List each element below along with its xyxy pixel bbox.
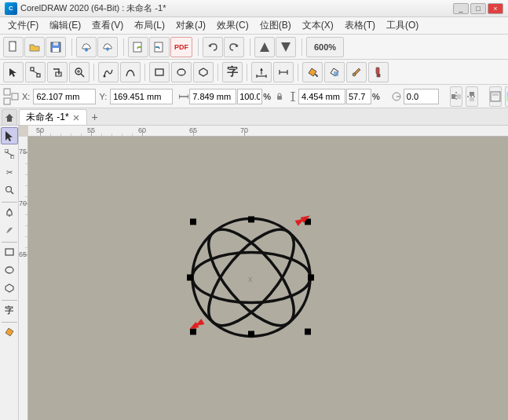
menu-view[interactable]: 查看(V)	[87, 17, 128, 34]
tool-sep2	[144, 64, 145, 81]
mirror-v-button[interactable]	[466, 86, 478, 107]
import-button[interactable]	[128, 37, 148, 57]
undo-tools	[203, 37, 244, 57]
pen-tool-side[interactable]	[1, 203, 18, 221]
select-tool-side[interactable]	[1, 127, 18, 144]
cloud-import-button[interactable]	[76, 37, 97, 57]
io-tools: PDF	[128, 37, 192, 57]
lock-icon[interactable]	[274, 91, 285, 102]
canvas-area[interactable]: 50 55 60 65 70	[19, 126, 508, 420]
open-button[interactable]	[24, 37, 45, 57]
zoom-tool[interactable]	[69, 62, 90, 82]
svg-rect-64	[11, 155, 14, 159]
node-tool-side[interactable]	[1, 145, 18, 163]
svg-point-20	[177, 69, 185, 75]
zoom-level-up[interactable]	[254, 37, 275, 57]
menu-tools[interactable]: 工具(O)	[382, 17, 423, 34]
height-input[interactable]	[298, 89, 345, 104]
redo-button[interactable]	[224, 37, 244, 57]
sep2	[123, 38, 124, 56]
svg-rect-33	[4, 89, 10, 95]
maximize-button[interactable]: □	[470, 3, 486, 14]
node-tool[interactable]	[25, 62, 46, 82]
svg-point-70	[5, 267, 13, 273]
svg-rect-39	[277, 96, 282, 100]
zoom-tool-side[interactable]	[1, 181, 18, 199]
text-tool[interactable]: 字	[222, 62, 243, 82]
object-properties-btn[interactable]	[489, 86, 502, 107]
save-button[interactable]	[46, 37, 66, 57]
home-tab-button[interactable]	[2, 109, 17, 125]
ruler-horizontal: 50 55 60 65 70	[28, 126, 508, 137]
polygon-tool-side[interactable]	[1, 279, 18, 297]
svg-line-67	[11, 192, 13, 194]
new-button[interactable]	[3, 37, 24, 57]
menu-table[interactable]: 表格(T)	[340, 17, 380, 34]
select-tool[interactable]	[3, 62, 24, 82]
calligraphy-tool-side[interactable]	[1, 221, 18, 239]
svg-rect-3	[53, 48, 59, 52]
pct-sign1: %	[263, 92, 271, 101]
ruler-mark-170: 170	[19, 199, 27, 207]
cloud-tools	[76, 37, 118, 57]
text-tool-side[interactable]: 字	[1, 301, 18, 319]
crop-tool-side[interactable]: ✂	[1, 163, 18, 181]
export-button[interactable]	[149, 37, 170, 57]
cloud-export-button[interactable]	[97, 37, 118, 57]
tab-bar: 未命名 -1* +	[0, 108, 508, 126]
paint-tool[interactable]	[368, 62, 389, 82]
ellipse-tool[interactable]	[171, 62, 192, 82]
menu-layout[interactable]: 布局(L)	[130, 17, 170, 34]
width-input[interactable]	[189, 89, 236, 104]
sep4	[250, 38, 250, 56]
tool-sep1	[93, 64, 94, 81]
drawing-object[interactable]: x	[165, 199, 338, 358]
ruler-mark-60: 60	[138, 126, 146, 134]
menu-file[interactable]: 文件(F)	[3, 17, 43, 34]
eyedropper-tool[interactable]	[346, 62, 367, 82]
freehand-tool[interactable]	[98, 62, 119, 82]
menu-effects[interactable]: 效果(C)	[212, 17, 254, 34]
color-swatch-btn[interactable]	[505, 86, 508, 107]
toolbox-sep4	[2, 320, 17, 323]
pdf-button[interactable]: PDF	[170, 37, 192, 57]
svg-line-15	[81, 74, 84, 77]
menu-edit[interactable]: 编辑(E)	[45, 17, 86, 34]
bezier-tool[interactable]	[120, 62, 141, 82]
svg-line-13	[32, 71, 38, 74]
crop-tool[interactable]	[47, 62, 68, 82]
angle-input[interactable]	[404, 89, 439, 104]
smart-fill-tool[interactable]	[324, 62, 345, 82]
menu-object[interactable]: 对象(J)	[171, 17, 210, 34]
connector-tool[interactable]	[273, 62, 294, 82]
rectangle-tool[interactable]	[149, 62, 170, 82]
fill-tool-side[interactable]	[1, 323, 18, 341]
height-pct-input[interactable]	[346, 89, 371, 104]
zoom-level-down[interactable]	[276, 37, 296, 57]
rect-tool-side[interactable]	[1, 243, 18, 261]
x-input[interactable]	[33, 89, 96, 104]
mirror-h-button[interactable]	[450, 86, 462, 107]
fill-tool[interactable]	[302, 62, 323, 82]
menu-text[interactable]: 文本(X)	[298, 17, 338, 34]
ruler-mark-70: 70	[240, 126, 248, 134]
svg-marker-9	[281, 42, 291, 52]
document-tab[interactable]: 未命名 -1*	[19, 109, 87, 125]
svg-rect-32	[376, 68, 379, 74]
close-button[interactable]: ×	[488, 3, 503, 14]
width-pct-input[interactable]	[237, 89, 262, 104]
add-tab-button[interactable]: +	[87, 109, 103, 125]
zoom-display[interactable]: 600%	[306, 37, 344, 57]
ellipse-tool-side[interactable]	[1, 261, 18, 279]
toolbox-sep2	[2, 239, 17, 243]
tab-close-icon[interactable]	[72, 114, 80, 122]
menu-bitmap[interactable]: 位图(B)	[255, 17, 296, 34]
dimension-tool[interactable]	[251, 62, 272, 82]
title-text: CorelDRAW 2020 (64-Bit) : 未命名 -1*	[20, 2, 166, 14]
width-icon	[179, 92, 188, 101]
undo-button[interactable]	[203, 37, 223, 57]
tool-sep4	[247, 64, 247, 81]
minimize-button[interactable]: _	[453, 3, 469, 14]
polygon-tool[interactable]	[193, 62, 214, 82]
y-input[interactable]	[110, 89, 173, 104]
